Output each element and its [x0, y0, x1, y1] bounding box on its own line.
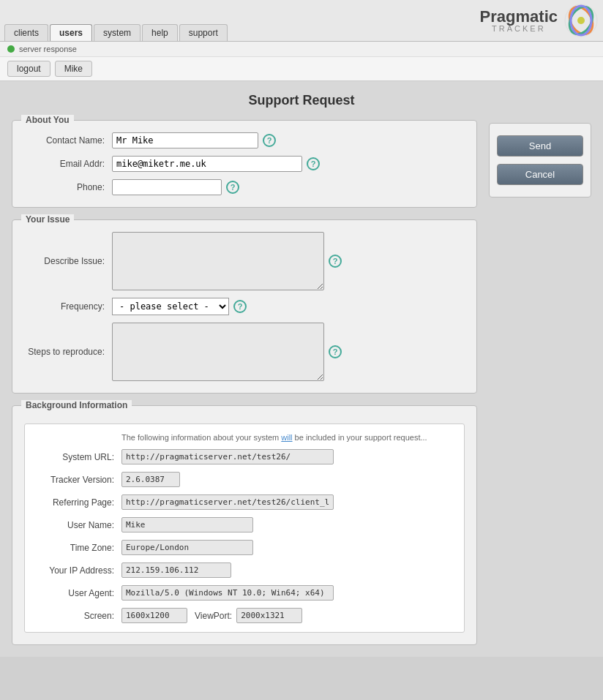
- logo-icon: [563, 3, 599, 38]
- nav-tabs: clients users system help support: [4, 3, 228, 41]
- content-layout: About You Contact Name: ? Email Addr: ? …: [12, 120, 591, 645]
- timezone-label: Time Zone:: [34, 543, 121, 553]
- steps-row: Steps to reproduce: ?: [24, 323, 465, 381]
- username-row: User Name:: [34, 517, 455, 532]
- phone-help-icon[interactable]: ?: [226, 181, 239, 194]
- username-button[interactable]: Mike: [55, 61, 92, 77]
- screen-row: Screen: ViewPort:: [34, 608, 455, 623]
- ip-input: [121, 562, 231, 578]
- username-label: User Name:: [34, 520, 121, 530]
- logout-button[interactable]: logout: [7, 61, 50, 77]
- about-you-section: About You Contact Name: ? Email Addr: ? …: [12, 120, 477, 208]
- steps-textarea[interactable]: [112, 323, 324, 381]
- bg-note-link: will: [281, 433, 292, 442]
- system-url-row: System URL:: [34, 449, 455, 464]
- cancel-button[interactable]: Cancel: [497, 164, 583, 185]
- logo-title: Pragmatic: [480, 9, 558, 25]
- contact-name-input[interactable]: [112, 132, 258, 148]
- system-url-input: [121, 449, 334, 464]
- page-title: Support Request: [12, 93, 591, 108]
- nav-tab-system[interactable]: system: [94, 24, 141, 41]
- background-inner: The following information about your sys…: [24, 424, 465, 633]
- main-content: Support Request About You Contact Name: …: [0, 81, 603, 657]
- system-url-label: System URL:: [34, 452, 121, 462]
- bg-note-prefix: The following information about your sys…: [121, 433, 281, 442]
- username-input: [121, 517, 253, 532]
- ua-label: User Agent:: [34, 588, 121, 598]
- svg-point-4: [577, 17, 585, 24]
- screen-label: Screen:: [34, 611, 121, 621]
- tracker-version-input: [121, 472, 180, 487]
- contact-name-help-icon[interactable]: ?: [263, 134, 276, 147]
- about-you-legend: About You: [21, 115, 74, 125]
- phone-input[interactable]: [112, 179, 222, 195]
- status-bar: server response: [0, 42, 603, 57]
- top-bar: clients users system help support Pragma…: [0, 0, 603, 42]
- server-status-dot: [7, 45, 15, 53]
- email-label: Email Addr:: [24, 159, 112, 169]
- frequency-label: Frequency:: [24, 301, 112, 312]
- email-input[interactable]: [112, 156, 302, 172]
- forms-column: About You Contact Name: ? Email Addr: ? …: [12, 120, 477, 645]
- screen-input: [121, 608, 187, 623]
- logo-area: Pragmatic TRACKER: [480, 3, 599, 41]
- action-buttons-container: Send Cancel: [489, 123, 591, 197]
- tracker-version-label: Tracker Version:: [34, 475, 121, 485]
- describe-textarea[interactable]: [112, 232, 324, 290]
- phone-row: Phone: ?: [24, 179, 465, 195]
- ua-row: User Agent:: [34, 585, 455, 601]
- user-bar: logout Mike: [0, 57, 603, 81]
- referring-page-row: Referring Page:: [34, 494, 455, 510]
- bg-info-note: The following information about your sys…: [34, 433, 455, 442]
- nav-tab-clients[interactable]: clients: [4, 24, 48, 41]
- timezone-row: Time Zone:: [34, 540, 455, 555]
- viewport-input: [236, 608, 302, 623]
- ip-label: Your IP Address:: [34, 565, 121, 576]
- bg-note-suffix: be included in your support request...: [293, 433, 427, 442]
- contact-name-label: Contact Name:: [24, 135, 112, 146]
- email-help-icon[interactable]: ?: [307, 157, 320, 170]
- viewport-label: ViewPort:: [195, 611, 232, 621]
- your-issue-legend: Your Issue: [21, 214, 74, 225]
- your-issue-section: Your Issue Describe Issue: ? Frequency: …: [12, 219, 477, 394]
- nav-tab-support[interactable]: support: [179, 24, 228, 41]
- describe-row: Describe Issue: ?: [24, 232, 465, 290]
- frequency-select[interactable]: - please select -AlwaysSometimesRarely: [112, 298, 229, 315]
- referring-page-input: [121, 494, 334, 510]
- side-column: Send Cancel: [489, 120, 591, 645]
- send-button[interactable]: Send: [497, 135, 583, 157]
- ip-row: Your IP Address:: [34, 562, 455, 578]
- phone-label: Phone:: [24, 182, 112, 192]
- contact-name-row: Contact Name: ?: [24, 132, 465, 148]
- referring-page-label: Referring Page:: [34, 497, 121, 508]
- steps-help-icon[interactable]: ?: [329, 345, 342, 358]
- frequency-help-icon[interactable]: ?: [233, 300, 247, 313]
- steps-label: Steps to reproduce:: [24, 347, 112, 357]
- ua-input: [121, 585, 334, 601]
- timezone-input: [121, 540, 253, 555]
- email-row: Email Addr: ?: [24, 156, 465, 172]
- server-status-text: server response: [19, 45, 77, 53]
- tracker-version-row: Tracker Version:: [34, 472, 455, 487]
- frequency-row: Frequency: - please select -AlwaysSometi…: [24, 298, 465, 315]
- describe-help-icon[interactable]: ?: [329, 255, 342, 268]
- logo-subtitle: TRACKER: [480, 25, 558, 33]
- background-section: Background Information The following inf…: [12, 405, 477, 645]
- nav-tab-help[interactable]: help: [142, 24, 178, 41]
- describe-label: Describe Issue:: [24, 256, 112, 266]
- nav-tab-users[interactable]: users: [50, 24, 92, 41]
- background-legend: Background Information: [21, 400, 132, 410]
